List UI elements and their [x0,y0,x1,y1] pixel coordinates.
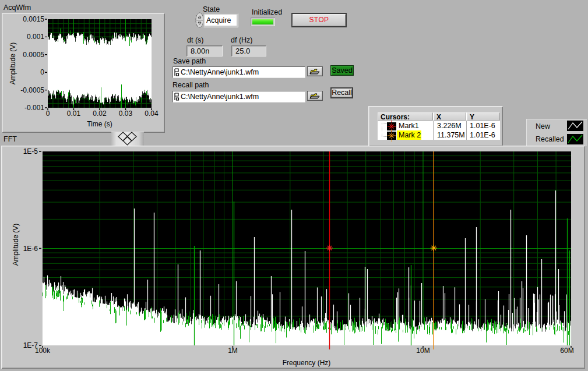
svg-text:-0.0005: -0.0005 [20,86,44,94]
svg-text:0.04: 0.04 [145,109,159,118]
svg-text:0: 0 [40,68,44,76]
svg-text:0.01: 0.01 [67,109,81,118]
svg-text:0.0005: 0.0005 [23,51,44,59]
svg-text:0: 0 [46,109,50,118]
svg-text:0.0015: 0.0015 [23,15,44,23]
svg-text:Frequency (Hz): Frequency (Hz) [283,359,331,367]
svg-text:Time (s): Time (s) [87,120,112,128]
svg-text:0.02: 0.02 [93,109,107,118]
svg-text:-0.001: -0.001 [24,104,44,112]
svg-text:10M: 10M [416,347,429,355]
svg-text:0.001: 0.001 [27,33,44,41]
svg-text:1E-6: 1E-6 [23,245,38,253]
svg-text:100k: 100k [35,347,51,355]
svg-text:Amplitude (V): Amplitude (V) [9,43,17,85]
svg-text:1M: 1M [228,347,238,355]
svg-text:Amplitude (V): Amplitude (V) [12,224,20,266]
svg-text:0.03: 0.03 [119,109,133,118]
svg-text:1E-5: 1E-5 [23,147,38,156]
svg-text:60M: 60M [560,347,573,355]
